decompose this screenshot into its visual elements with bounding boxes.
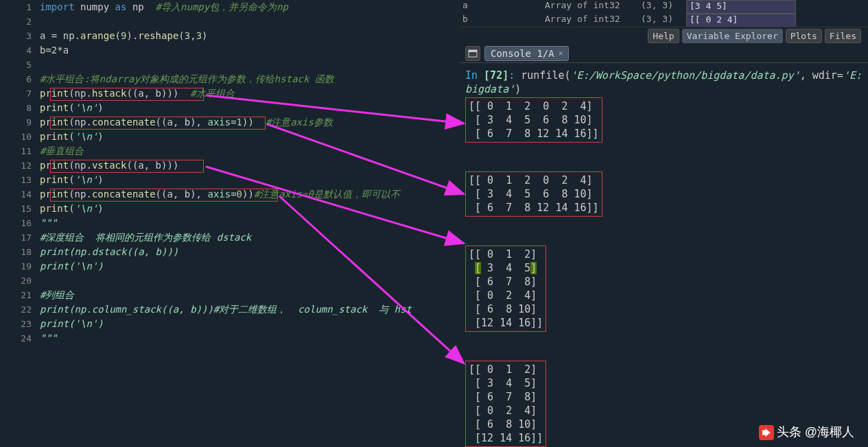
var-name: b	[460, 14, 542, 27]
svg-rect-1	[469, 50, 477, 52]
variable-row[interactable]: a Array of int32 (3, 3) [3 4 5]	[460, 0, 868, 14]
watermark-icon	[759, 425, 774, 440]
console-tab-label: Console 1/A	[491, 48, 554, 59]
var-shape: (3, 3)	[638, 0, 686, 14]
var-value: [3 4 5]	[686, 0, 796, 14]
variable-row[interactable]: b Array of int32 (3, 3) [[ 0 2 4]	[460, 14, 868, 27]
variable-explorer[interactable]: a Array of int32 (3, 3) [3 4 5] b Array …	[460, 0, 868, 27]
console-output[interactable]: In [72]: runfile('E:/WorkSpace/python/bi…	[460, 63, 868, 447]
code-editor[interactable]: 123456789101112131415161718192021222324 …	[0, 0, 460, 447]
tab-variable-explorer[interactable]: Variable Explorer	[682, 29, 783, 43]
var-shape: (3, 3)	[638, 14, 686, 27]
console-tab-active[interactable]: Console 1/A ✕	[484, 46, 569, 61]
console-menu-button[interactable]	[465, 46, 480, 61]
line-gutter: 123456789101112131415161718192021222324	[0, 0, 40, 447]
code-content[interactable]: import numpy as np #导入numpy包，并另命令为npa = …	[40, 0, 460, 346]
tab-help[interactable]: Help	[648, 29, 679, 43]
tab-plots[interactable]: Plots	[786, 29, 822, 43]
close-icon[interactable]: ✕	[559, 49, 563, 58]
var-type: Array of int32	[542, 14, 638, 27]
watermark: 头条 @海椰人	[759, 424, 854, 440]
console-tabs: Console 1/A ✕	[460, 44, 868, 63]
panel-tabs: Help Variable Explorer Plots Files	[460, 27, 868, 44]
var-value: [[ 0 2 4]	[686, 14, 796, 27]
var-name: a	[460, 0, 542, 14]
var-type: Array of int32	[542, 0, 638, 14]
tab-files[interactable]: Files	[825, 29, 861, 43]
